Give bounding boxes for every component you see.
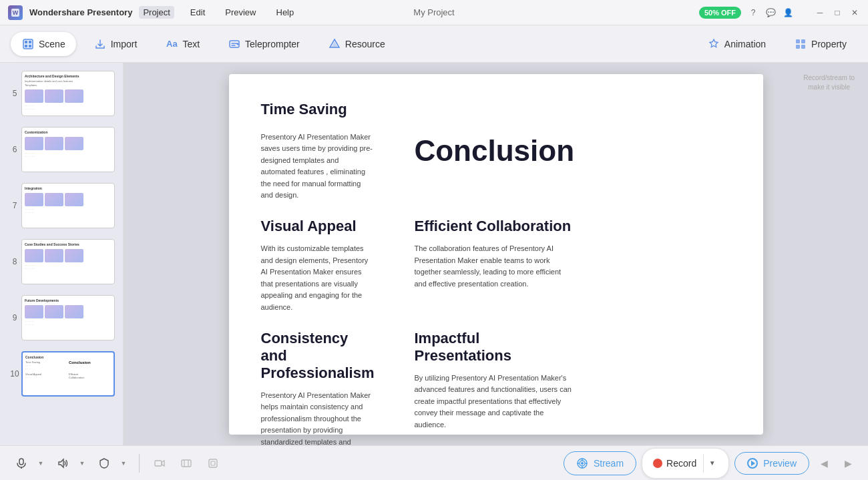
watermark: Record/stream to make it visible xyxy=(803,73,855,92)
svg-rect-7 xyxy=(29,45,31,47)
user-icon[interactable]: 👤 xyxy=(783,7,793,18)
blur-button[interactable] xyxy=(93,453,115,474)
stream-button[interactable]: Stream xyxy=(564,451,636,475)
toolbar-property-button[interactable]: Property xyxy=(783,32,857,56)
slide-num-6: 6 xyxy=(8,145,21,154)
slide-num-5: 5 xyxy=(8,89,21,98)
blur-group: ▼ xyxy=(93,453,130,474)
slide-thumb-6[interactable]: 6 Customization · · · · · · ·· · · · · ·… xyxy=(5,124,118,175)
svg-rect-2 xyxy=(23,39,33,49)
section-visual-appeal-title: Visual Appeal xyxy=(261,218,375,235)
slide-thumb-9[interactable]: 9 Future Developments · · · · · · ·· · ·… xyxy=(5,292,118,343)
toolbar-teleprompter-button[interactable]: Teleprompter xyxy=(217,32,310,56)
slide-num-7: 7 xyxy=(8,201,21,210)
slide-num-9: 9 xyxy=(8,313,21,322)
app-logo: W xyxy=(8,5,23,20)
chat-icon[interactable]: 💬 xyxy=(765,7,776,18)
toolbar-import-button[interactable]: Import xyxy=(83,32,148,56)
toolbar-animation-button[interactable]: Animation xyxy=(696,32,777,56)
title-bar: W Wondershare Presentory Project Edit Pr… xyxy=(0,0,868,25)
mic-chevron-icon: ▼ xyxy=(38,460,44,467)
record-dropdown-arrow[interactable]: ▼ xyxy=(703,454,718,473)
video-button-3[interactable] xyxy=(202,453,224,474)
section-time-saving-body: Presentory AI Presentation Maker saves u… xyxy=(261,132,375,202)
svg-rect-6 xyxy=(25,45,27,47)
mic-button[interactable] xyxy=(11,453,32,474)
minimize-button[interactable]: ─ xyxy=(815,7,825,18)
close-button[interactable]: ✕ xyxy=(849,7,860,18)
toolbar-property-label: Property xyxy=(811,39,847,49)
preview-button[interactable]: Preview xyxy=(734,452,809,475)
mic-group: ▼ xyxy=(11,453,47,474)
section-consistency-body: Presentory AI Presentation Maker helps m… xyxy=(261,390,375,445)
record-dot-icon xyxy=(653,459,662,468)
menu-help[interactable]: Help xyxy=(272,6,298,19)
toolbar-resource-button[interactable]: Resource xyxy=(317,32,396,56)
record-button[interactable]: Record ▼ xyxy=(642,448,729,479)
section-efficient-collab-title: Efficient Collaboration xyxy=(414,218,574,235)
slide-preview-10: Conclusion Time Saving· · · ·· · · · Con… xyxy=(21,351,115,397)
video-button-1[interactable] xyxy=(149,453,170,474)
toolbar-teleprompter-label: Teleprompter xyxy=(245,39,300,49)
speaker-dropdown[interactable]: ▼ xyxy=(76,453,88,474)
resource-icon xyxy=(328,37,341,51)
slide-thumb-10[interactable]: 10 Conclusion Time Saving· · · ·· · · · … xyxy=(5,348,118,399)
mic-dropdown[interactable]: ▼ xyxy=(35,453,47,474)
project-title: My Project xyxy=(413,7,454,17)
teleprompter-icon xyxy=(228,37,241,51)
bottom-bar: ▼ ▼ ▼ xyxy=(0,445,868,480)
slide-preview-8: Case Studies and Success Stories · · · ·… xyxy=(21,239,115,284)
help-icon[interactable]: ? xyxy=(748,7,758,18)
slide-preview-6: Customization · · · · · · ·· · · · · · · xyxy=(21,127,115,172)
section-consistency-title: Consistency and Professionalism xyxy=(261,330,375,382)
toolbar-scene-label: Scene xyxy=(39,39,65,49)
svg-rect-14 xyxy=(796,45,800,49)
property-icon xyxy=(794,37,807,51)
svg-rect-18 xyxy=(155,461,162,466)
svg-marker-11 xyxy=(331,41,338,47)
title-bar-left: W Wondershare Presentory Project Edit Pr… xyxy=(8,5,298,20)
speaker-chevron-icon: ▼ xyxy=(79,460,85,467)
canvas-area: Record/stream to make it visible Time Sa… xyxy=(124,63,868,445)
slide-thumb-5[interactable]: 5 Architecture and Design Elements Imple… xyxy=(5,68,118,119)
toolbar-text-button[interactable]: Aa Text xyxy=(154,32,210,56)
section-efficient-collab: Efficient Collaboration The collaboratio… xyxy=(414,218,574,314)
bottom-separator-1 xyxy=(139,454,140,473)
svg-rect-16 xyxy=(19,459,23,465)
preview-play-icon xyxy=(747,458,758,469)
import-icon xyxy=(93,37,107,51)
toolbar-resource-label: Resource xyxy=(345,39,385,49)
toolbar: Scene Import Aa Text Teleprompter xyxy=(0,25,868,63)
speaker-button[interactable] xyxy=(52,453,73,474)
svg-rect-19 xyxy=(182,460,191,467)
section-conclusion: Conclusion xyxy=(414,101,574,202)
video-button-2[interactable] xyxy=(176,453,197,474)
slide-thumb-7[interactable]: 7 Integration · · · · · · ·· · · · · · · xyxy=(5,180,118,231)
section-impactful-title: Impactful Presentations xyxy=(414,330,574,365)
section-conclusion-title: Conclusion xyxy=(414,134,574,168)
section-impactful: Impactful Presentations By utilizing Pre… xyxy=(414,330,574,445)
section-consistency: Consistency and Professionalism Presento… xyxy=(261,330,375,445)
app-name: Wondershare Presentory xyxy=(29,7,132,17)
toolbar-animation-label: Animation xyxy=(724,39,766,49)
toolbar-scene-button[interactable]: Scene xyxy=(11,32,76,56)
svg-rect-21 xyxy=(211,461,215,465)
menu-preview[interactable]: Preview xyxy=(221,6,260,19)
watermark-line2: make it visible xyxy=(808,83,850,91)
blur-dropdown[interactable]: ▼ xyxy=(118,453,130,474)
svg-rect-12 xyxy=(796,39,800,43)
sale-badge[interactable]: 50% OFF xyxy=(699,7,741,19)
prev-slide-button[interactable]: ◀ xyxy=(815,454,833,473)
text-icon: Aa xyxy=(165,37,178,51)
next-slide-button[interactable]: ▶ xyxy=(839,454,857,473)
speaker-group: ▼ xyxy=(52,453,88,474)
record-label: Record xyxy=(666,458,696,469)
slide-thumb-8[interactable]: 8 Case Studies and Success Stories · · ·… xyxy=(5,236,118,287)
slide-num-8: 8 xyxy=(8,257,21,266)
section-visual-appeal-body: With its customizable templates and desi… xyxy=(261,243,375,314)
menu-edit[interactable]: Edit xyxy=(186,6,209,19)
maximize-button[interactable]: □ xyxy=(832,7,843,18)
menu-project[interactable]: Project xyxy=(139,6,174,19)
slide-canvas[interactable]: Time Saving Presentory AI Presentation M… xyxy=(229,74,763,435)
stream-label: Stream xyxy=(594,458,624,469)
